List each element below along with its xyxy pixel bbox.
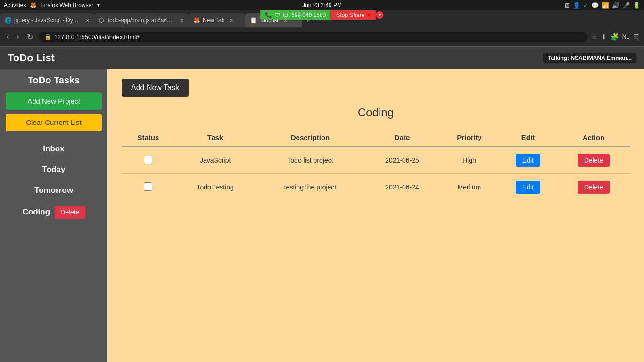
pocket-icon[interactable]: ⬇ bbox=[601, 33, 607, 41]
row2-action-cell: Delete bbox=[557, 174, 630, 201]
monitor-icon: 🖥 bbox=[564, 2, 570, 9]
row2-delete-button[interactable]: Delete bbox=[578, 181, 610, 194]
share-id-text: ID: 699 040 1583 bbox=[282, 12, 326, 18]
share-id-button[interactable]: 📞 🛡 ID: 699 040 1583 bbox=[260, 10, 330, 20]
row2-status-checkbox[interactable] bbox=[144, 182, 152, 191]
row2-date-cell: 2021-06-24 bbox=[364, 174, 440, 201]
tab-favicon-2: ⬡ bbox=[99, 17, 105, 24]
row2-priority-cell: Medium bbox=[440, 174, 499, 201]
row1-action-cell: Delete bbox=[557, 147, 630, 174]
browser-dropdown-icon[interactable]: ▾ bbox=[97, 2, 100, 8]
address-actions: ☆ ⬇ 🧩 NL ☰ bbox=[591, 33, 639, 41]
battery-icon: 🔋 bbox=[633, 2, 640, 9]
project-title: Coding bbox=[122, 106, 630, 119]
system-bar-right: 🖥 👤 ✓ 💬 📶 🔊 🎤 🔋 bbox=[564, 2, 640, 9]
forward-button[interactable]: › bbox=[15, 32, 21, 42]
clear-list-button[interactable]: Clear Current List bbox=[6, 114, 102, 131]
system-bar-center: Jun 23 2:49 PM bbox=[302, 0, 342, 10]
reload-button[interactable]: ↻ bbox=[25, 32, 35, 42]
row2-status-cell bbox=[122, 174, 175, 201]
system-date: Jun 23 bbox=[302, 2, 319, 8]
row1-date-cell: 2021-06-25 bbox=[364, 147, 440, 174]
check-icon: ✓ bbox=[583, 2, 588, 9]
tab-label-2: todo-app/main.js at 6a6158… bbox=[108, 17, 175, 24]
row2-edit-cell: Edit bbox=[499, 174, 557, 201]
col-edit: Edit bbox=[499, 129, 557, 147]
tab-label-3: New Tab bbox=[203, 17, 224, 24]
row2-task-cell: Todo Testing bbox=[175, 174, 256, 201]
sidebar-nav: Inbox Today Tomorrow Coding Delete bbox=[6, 139, 102, 223]
col-date: Date bbox=[364, 129, 440, 147]
col-description: Description bbox=[256, 129, 365, 147]
app-header: ToDo List Talking: NSABIMANA Emman... bbox=[0, 47, 644, 69]
address-bar: ‹ › ↻ 🔒 127.0.0.1:5500/dist/index.html# … bbox=[0, 27, 644, 46]
wifi-icon: 📶 bbox=[602, 2, 609, 9]
row1-priority-cell: High bbox=[440, 147, 499, 174]
sidebar-item-tomorrow[interactable]: Tomorrow bbox=[6, 180, 102, 201]
row2-edit-button[interactable]: Edit bbox=[516, 181, 540, 194]
bookmark-icon[interactable]: ☆ bbox=[591, 33, 597, 41]
system-bar-left: Activities 🦊 Firefox Web Browser ▾ bbox=[4, 2, 100, 8]
extensions-icon[interactable]: 🧩 bbox=[611, 33, 619, 41]
row1-edit-button[interactable]: Edit bbox=[516, 154, 540, 167]
shield-icon: 🛡 bbox=[274, 12, 280, 18]
language-icon[interactable]: NL bbox=[622, 33, 629, 40]
tab-favicon-1: 🌐 bbox=[5, 17, 11, 24]
talking-badge: Talking: NSABIMANA Emman... bbox=[543, 53, 636, 63]
col-priority: Priority bbox=[440, 129, 499, 147]
col-status: Status bbox=[122, 129, 175, 147]
url-text: 127.0.0.1:5500/dist/index.html# bbox=[54, 33, 140, 41]
system-bar: Activities 🦊 Firefox Web Browser ▾ Jun 2… bbox=[0, 0, 644, 10]
row2-description-cell: testing the project bbox=[256, 174, 365, 201]
row1-status-checkbox[interactable] bbox=[144, 156, 152, 164]
sidebar-project-row: Coding Delete bbox=[6, 201, 102, 223]
menu-icon[interactable]: ☰ bbox=[633, 33, 639, 41]
col-task: Task bbox=[175, 129, 256, 147]
chat-icon: 💬 bbox=[591, 2, 599, 9]
tab-todo-app[interactable]: ⬡ todo-app/main.js at 6a6158… ✕ bbox=[94, 13, 189, 27]
add-project-button[interactable]: Add New Project bbox=[6, 92, 102, 110]
table-row: JavaScript Todo list project 2021-06-25 … bbox=[122, 147, 630, 174]
table-row: Todo Testing testing the project 2021-06… bbox=[122, 174, 630, 201]
table-header-row: Status Task Description Date Priority Ed… bbox=[122, 129, 630, 147]
main-content: Add New Task Coding Status Task Descript… bbox=[107, 69, 644, 362]
tab-new-tab[interactable]: 🦊 New Tab ✕ bbox=[189, 13, 245, 27]
tab-label-1: jquery - JavaScript - Dynam… bbox=[14, 17, 81, 24]
sidebar-item-inbox[interactable]: Inbox bbox=[6, 139, 102, 159]
system-time: 2:49 PM bbox=[321, 2, 342, 8]
sidebar-project-label[interactable]: Coding bbox=[22, 207, 50, 217]
add-task-button[interactable]: Add New Task bbox=[122, 79, 189, 97]
row1-description-cell: Todo list project bbox=[256, 147, 365, 174]
app-title: ToDo List bbox=[8, 52, 55, 64]
record-indicator: ■ bbox=[367, 12, 370, 18]
sidebar-title: ToDo Tasks bbox=[6, 75, 102, 86]
back-button[interactable]: ‹ bbox=[5, 32, 11, 42]
sidebar-item-today[interactable]: Today bbox=[6, 159, 102, 180]
row1-task-cell: JavaScript bbox=[175, 147, 256, 174]
screen-share-bar: 📞 🛡 ID: 699 040 1583 Stop Share ■ ✕ bbox=[260, 10, 383, 20]
user-icon: 👤 bbox=[573, 2, 580, 9]
mic-icon: 🎤 bbox=[622, 2, 630, 9]
row1-delete-button[interactable]: Delete bbox=[578, 154, 610, 167]
task-table: Status Task Description Date Priority Ed… bbox=[122, 129, 630, 200]
row1-status-cell bbox=[122, 147, 175, 174]
table-header: Status Task Description Date Priority Ed… bbox=[122, 129, 630, 147]
sidebar-delete-project-button[interactable]: Delete bbox=[55, 206, 85, 219]
stop-share-label: Stop Share bbox=[336, 12, 364, 18]
tab-close-3[interactable]: ✕ bbox=[229, 17, 233, 24]
volume-icon: 🔊 bbox=[612, 2, 619, 9]
tab-close-2[interactable]: ✕ bbox=[180, 17, 184, 24]
activities-menu[interactable]: Activities bbox=[4, 2, 26, 8]
row1-edit-cell: Edit bbox=[499, 147, 557, 174]
share-close-button[interactable]: ✕ bbox=[376, 11, 384, 19]
firefox-icon: 🦊 bbox=[30, 2, 37, 8]
browser-name[interactable]: Firefox Web Browser bbox=[41, 2, 93, 8]
stop-share-button[interactable]: Stop Share ■ bbox=[330, 10, 376, 20]
url-input-box[interactable]: 🔒 127.0.0.1:5500/dist/index.html# bbox=[39, 32, 587, 42]
tab-close-1[interactable]: ✕ bbox=[85, 17, 90, 24]
tab-favicon-3: 🦊 bbox=[193, 17, 200, 24]
security-icon: 🔒 bbox=[44, 33, 51, 40]
phone-icon: 📞 bbox=[265, 12, 272, 18]
table-body: JavaScript Todo list project 2021-06-25 … bbox=[122, 147, 630, 200]
tab-jquery[interactable]: 🌐 jquery - JavaScript - Dynam… ✕ bbox=[0, 13, 94, 27]
